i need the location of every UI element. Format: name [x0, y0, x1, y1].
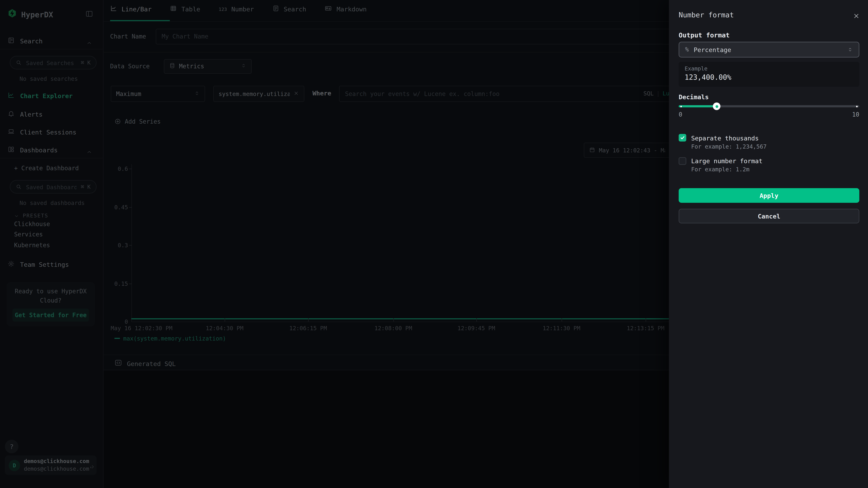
- check-icon: [680, 132, 685, 143]
- output-format-label: Output format: [679, 31, 730, 39]
- decimals-label: Decimals: [679, 93, 709, 101]
- separate-thousands-checkbox[interactable]: [679, 134, 686, 141]
- example-label: Example: [685, 66, 854, 72]
- slider-handle-dot: [715, 105, 718, 108]
- separate-thousands-label[interactable]: Separate thousands: [691, 134, 759, 142]
- example-box: Example 123,400.00%: [679, 62, 859, 87]
- large-number-hint: For example: 1.2m: [691, 166, 749, 172]
- output-format-select[interactable]: % Percentage: [679, 42, 859, 58]
- percent-icon: %: [685, 46, 689, 53]
- number-format-panel: Number format Output format % Percentage…: [669, 0, 868, 488]
- chevron-updown-icon: [847, 44, 853, 55]
- example-value: 123,400.00%: [685, 73, 854, 81]
- slider-handle[interactable]: [713, 102, 720, 110]
- app-root: Line/Bar Table 123 Number Search Markdow…: [0, 0, 868, 488]
- slider-fill: [679, 105, 717, 107]
- close-icon[interactable]: [853, 11, 860, 22]
- output-format-value: Percentage: [694, 46, 842, 54]
- decimals-slider[interactable]: [679, 102, 859, 110]
- modal-backdrop[interactable]: [0, 0, 669, 488]
- cancel-button[interactable]: Cancel: [679, 209, 859, 223]
- large-number-checkbox[interactable]: [679, 157, 686, 165]
- separate-thousands-hint: For example: 1,234,567: [691, 143, 767, 150]
- apply-button[interactable]: Apply: [679, 188, 859, 203]
- large-number-label[interactable]: Large number format: [691, 157, 763, 165]
- panel-title: Number format: [679, 11, 734, 19]
- slider-max-label: 10: [679, 111, 859, 118]
